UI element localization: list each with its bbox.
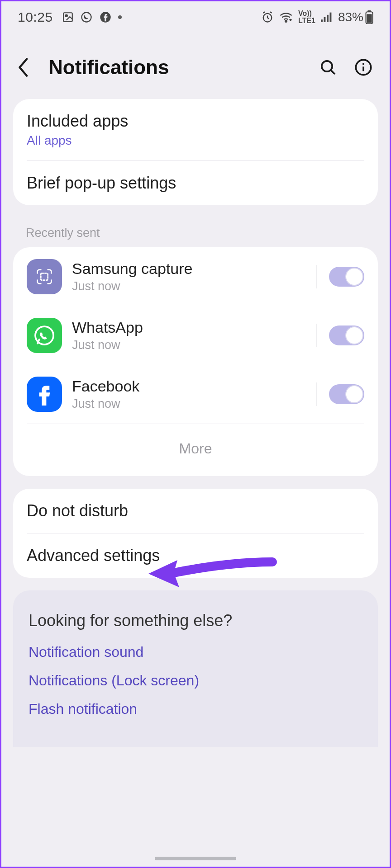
do-not-disturb-row[interactable]: Do not disturb — [13, 489, 378, 533]
wifi-icon — [279, 11, 293, 23]
separator — [316, 382, 317, 406]
app-time: Just now — [72, 397, 306, 411]
page-header: Notifications — [1, 33, 390, 99]
included-apps-sub: All apps — [27, 133, 364, 148]
alarm-icon — [261, 11, 274, 24]
whatsapp-icon — [27, 318, 62, 353]
app-row-whatsapp[interactable]: WhatsApp Just now — [13, 306, 378, 365]
advanced-settings-row[interactable]: Advanced settings — [13, 533, 378, 578]
svg-rect-7 — [324, 17, 325, 22]
toggle-whatsapp[interactable] — [329, 326, 364, 345]
toggle-facebook[interactable] — [329, 384, 364, 404]
search-button[interactable] — [318, 57, 338, 77]
samsung-capture-icon — [27, 259, 62, 294]
link-notification-sound[interactable]: Notification sound — [29, 644, 362, 660]
gallery-icon — [62, 11, 74, 23]
status-clock: 10:25 — [18, 9, 53, 25]
svg-point-1 — [65, 15, 67, 17]
separator — [316, 265, 317, 288]
network-type-icon: Vo)) LTE1 — [298, 10, 315, 24]
app-row-facebook[interactable]: Facebook Just now — [13, 365, 378, 424]
info-button[interactable] — [353, 57, 373, 77]
settings-card-top: Included apps All apps Brief pop-up sett… — [13, 99, 378, 205]
app-name: WhatsApp — [72, 319, 306, 336]
advanced-settings-title: Advanced settings — [27, 546, 364, 565]
gesture-handle[interactable] — [155, 857, 236, 860]
separator — [316, 324, 317, 347]
svg-rect-16 — [41, 273, 48, 280]
svg-rect-12 — [367, 14, 372, 23]
app-name: Samsung capture — [72, 260, 306, 278]
settings-card-bottom: Do not disturb Advanced settings — [13, 489, 378, 578]
battery-indicator: 83% — [338, 10, 373, 24]
more-notifications-dot — [118, 15, 122, 19]
brief-popup-row[interactable]: Brief pop-up settings — [13, 161, 378, 205]
link-flash-notification[interactable]: Flash notification — [29, 701, 362, 717]
svg-rect-9 — [329, 13, 331, 22]
facebook-icon — [27, 377, 62, 412]
svg-point-15 — [362, 63, 364, 65]
page-title: Notifications — [48, 56, 169, 79]
recently-sent-label: Recently sent — [1, 218, 390, 247]
svg-point-5 — [285, 20, 287, 22]
back-button[interactable] — [17, 55, 42, 80]
looking-for-title: Looking for something else? — [29, 611, 362, 630]
svg-point-2 — [81, 13, 91, 22]
included-apps-row[interactable]: Included apps All apps — [13, 99, 378, 160]
app-name: Facebook — [72, 377, 306, 395]
app-time: Just now — [72, 338, 306, 352]
svg-rect-6 — [321, 19, 323, 22]
svg-rect-8 — [327, 15, 329, 22]
included-apps-title: Included apps — [27, 112, 364, 131]
toggle-samsung-capture[interactable] — [329, 267, 364, 287]
status-bar: 10:25 Vo)) LTE1 83% — [1, 1, 390, 33]
brief-popup-title: Brief pop-up settings — [27, 174, 364, 193]
app-row-samsung-capture[interactable]: Samsung capture Just now — [13, 247, 378, 306]
looking-for-card: Looking for something else? Notification… — [13, 590, 378, 747]
app-time: Just now — [72, 279, 306, 293]
svg-point-13 — [322, 61, 332, 71]
more-button[interactable]: More — [13, 424, 378, 476]
recently-sent-card: Samsung capture Just now WhatsApp Just n… — [13, 247, 378, 476]
link-notifications-lock-screen[interactable]: Notifications (Lock screen) — [29, 672, 362, 689]
whatsapp-status-icon — [80, 11, 93, 24]
signal-icon — [321, 12, 333, 22]
facebook-status-icon — [99, 11, 112, 24]
do-not-disturb-title: Do not disturb — [27, 501, 364, 520]
